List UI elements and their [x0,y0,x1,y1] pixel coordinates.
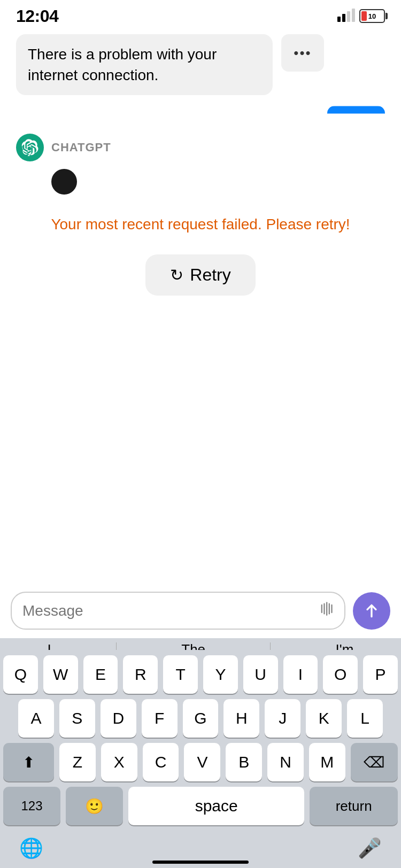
svg-rect-2 [326,602,327,616]
key-h[interactable]: H [223,699,259,738]
key-o[interactable]: O [323,655,358,694]
message-input-wrap[interactable] [11,592,345,630]
keyboard-row-3: ⬆ Z X C V B N M ⌫ [3,743,398,781]
key-p[interactable]: P [363,655,398,694]
more-options-button[interactable]: ••• [281,34,324,72]
shift-key[interactable]: ⬆ [3,743,54,781]
key-a[interactable]: A [18,699,54,738]
user-message-bubble: Hello [327,106,385,121]
svg-rect-1 [323,603,325,615]
numbers-key[interactable]: 123 [3,787,60,825]
keyboard-row-4: 123 🙂 space return [3,787,398,825]
chatgpt-logo-icon [21,139,38,156]
message-input[interactable] [22,602,319,619]
retry-icon: ↻ [170,266,183,284]
battery-level: 10 [368,12,376,20]
key-l[interactable]: L [347,699,383,738]
input-area [0,583,401,638]
voice-icon[interactable] [319,601,334,620]
delete-key[interactable]: ⌫ [351,743,398,781]
chat-area: There is a problem with your internet co… [0,29,401,317]
status-bar: 12:04 10 [0,0,401,29]
status-icons: 10 [337,9,385,23]
battery-fill [361,11,367,21]
keyboard: Q W E R T Y U I O P A S D F G H J K L ⬆ … [0,650,401,868]
svg-rect-4 [331,604,332,613]
globe-icon[interactable]: 🌐 [19,837,43,859]
signal-bar-1 [337,17,341,22]
key-q[interactable]: Q [3,655,38,694]
error-bubble: There is a problem with your internet co… [16,34,273,95]
signal-bars [337,10,355,22]
emoji-key[interactable]: 🙂 [66,787,123,825]
key-n[interactable]: N [267,743,304,781]
keyboard-row-2: A S D F G H J K L [3,699,398,738]
key-m[interactable]: M [309,743,345,781]
keyboard-bottom-bar: 🌐 🎤 [3,831,398,868]
svg-rect-3 [329,603,330,615]
retry-label: Retry [190,265,230,285]
microphone-icon[interactable]: 🎤 [358,837,382,859]
retry-button[interactable]: ↻ Retry [145,254,255,296]
chatgpt-header: CHATGPT [16,134,385,161]
key-x[interactable]: X [101,743,137,781]
status-time: 12:04 [16,6,58,26]
key-c[interactable]: C [143,743,179,781]
key-s[interactable]: S [59,699,95,738]
key-b[interactable]: B [226,743,262,781]
error-message: Your most recent request failed. Please … [11,205,390,244]
return-key[interactable]: return [310,787,398,825]
chatgpt-section: CHATGPT [11,134,390,195]
key-r[interactable]: R [123,655,158,694]
key-u[interactable]: U [243,655,278,694]
key-i[interactable]: I [283,655,318,694]
key-k[interactable]: K [306,699,342,738]
send-button[interactable] [353,592,390,630]
key-v[interactable]: V [184,743,220,781]
key-f[interactable]: F [142,699,178,738]
key-d[interactable]: D [101,699,136,738]
key-z[interactable]: Z [59,743,96,781]
key-e[interactable]: E [83,655,118,694]
user-message-area: Hello [11,106,390,123]
signal-bar-3 [347,11,350,22]
key-t[interactable]: T [163,655,198,694]
chatgpt-logo [16,134,44,161]
key-j[interactable]: J [265,699,300,738]
chatgpt-label: CHATGPT [51,141,111,154]
retry-button-container: ↻ Retry [11,254,390,296]
signal-bar-2 [342,14,345,22]
svg-rect-0 [321,604,322,613]
home-indicator [152,861,249,864]
key-g[interactable]: G [183,699,219,738]
thinking-indicator [51,169,77,195]
battery-icon: 10 [359,9,385,23]
key-w[interactable]: W [43,655,78,694]
key-y[interactable]: Y [203,655,238,694]
keyboard-row-1: Q W E R T Y U I O P [3,655,398,694]
space-key[interactable]: space [128,787,304,825]
signal-bar-4 [352,9,355,22]
error-banner: There is a problem with your internet co… [11,34,390,95]
